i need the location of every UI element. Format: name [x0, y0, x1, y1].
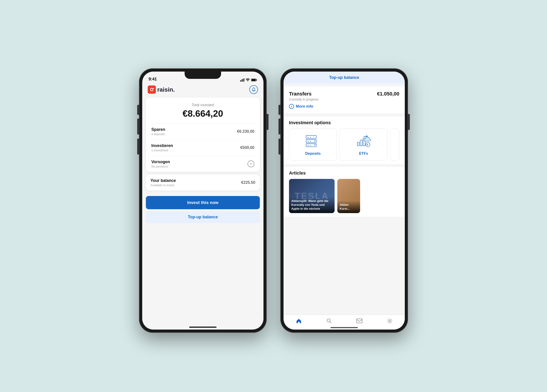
partial-article-title: Aktien Kursr... [340, 203, 358, 211]
svg-point-25 [389, 320, 390, 322]
svg-rect-18 [357, 142, 359, 146]
silent-button [137, 105, 139, 115]
transfers-title: Transfers [289, 91, 319, 97]
svg-rect-6 [256, 80, 257, 81]
deposits-label: Deposits [305, 151, 321, 156]
topup-top-section[interactable]: Top-up balance [284, 72, 405, 84]
vorsogen-row[interactable]: Vorsogen No pensions + [150, 156, 255, 172]
invest-now-button[interactable]: Invest this now [146, 196, 260, 209]
vorsogen-add-icon[interactable]: + [247, 160, 254, 167]
info-circle-icon: i [289, 104, 294, 109]
investment-options-section: Investment options % € > % [284, 117, 405, 164]
nav-messages[interactable] [356, 318, 362, 324]
svg-rect-0 [240, 80, 241, 82]
signal-icon [240, 78, 244, 82]
total-invested-section: Total invested €8.664,20 [150, 103, 255, 124]
investieren-title: Investieren [151, 143, 173, 148]
more-info-row[interactable]: i More info [289, 104, 399, 109]
transfers-info: Transfers Currently in progress [289, 91, 319, 101]
svg-rect-3 [244, 78, 244, 82]
investieren-info: Investieren 1 investment [151, 143, 173, 152]
right-phone-screen: Top-up balance Transfers Currently in pr… [284, 72, 405, 330]
etfs-label: ETFs [359, 151, 368, 156]
topup-top-label: Top-up balance [329, 75, 359, 80]
sparen-amount: €6.230,00 [237, 129, 254, 134]
mail-icon [356, 318, 362, 324]
svg-text:%: % [308, 137, 309, 138]
transfers-subtitle: Currently in progress [289, 97, 319, 101]
vorsogen-title: Vorsogen [151, 159, 170, 164]
bell-icon[interactable] [249, 85, 258, 94]
deposits-option-card[interactable]: % € > % € % € [289, 129, 337, 160]
sparen-row[interactable]: Sparen 4 deposits €6.230,00 [150, 124, 255, 140]
nav-search[interactable] [326, 318, 332, 324]
balance-subtitle: Available to invest [150, 184, 176, 187]
svg-rect-19 [360, 140, 362, 146]
raisin-logo-icon [148, 85, 156, 94]
partial-article-card: Aktien Kursr... [337, 179, 360, 213]
main-investment-card: Total invested €8.664,20 Sparen 4 deposi… [146, 97, 260, 172]
left-phone-screen: 9:41 [142, 72, 263, 330]
sparen-title: Sparen [151, 127, 165, 132]
more-info-text: More info [296, 104, 313, 109]
articles-title: Articles [289, 171, 399, 176]
deposits-icon: % € > % € % € [305, 134, 321, 148]
balance-amount: €225,50 [241, 180, 255, 185]
volume-up-button [137, 118, 139, 134]
third-option-card-partial [390, 129, 399, 160]
right-phone-volume-down-button [279, 138, 280, 155]
status-time: 9:41 [149, 77, 157, 82]
notch [185, 72, 221, 79]
app-header: raisin. [142, 83, 263, 97]
svg-text:€: € [310, 145, 311, 146]
investment-options-title: Investment options [289, 120, 399, 125]
investieren-amount: €500,00 [240, 145, 254, 150]
transfers-section: Transfers Currently in progress €1.050,0… [284, 86, 405, 114]
left-phone: 9:41 [139, 68, 267, 333]
tesla-article-title: Aktiensplit: Wann geht die Kursrally von… [291, 199, 332, 211]
options-row: % € > % € % € [289, 129, 399, 160]
transfers-header: Transfers Currently in progress €1.050,0… [289, 91, 399, 101]
svg-rect-1 [241, 80, 242, 82]
vorsogen-info: Vorsogen No pensions [151, 159, 170, 168]
vorsogen-subtitle: No pensions [151, 165, 170, 168]
tesla-article-overlay: Aktiensplit: Wann geht die Kursrally von… [289, 197, 335, 213]
logo-text: raisin. [157, 86, 175, 93]
svg-rect-5 [252, 79, 256, 81]
svg-text:€: € [310, 137, 311, 138]
investieren-row[interactable]: Investieren 1 investment €500,00 [150, 140, 255, 156]
settings-icon [387, 318, 393, 324]
right-phone-silent-button [279, 105, 280, 115]
tesla-article-card[interactable]: TESLA Aktiensplit: Wann geht die Kursral… [289, 179, 335, 213]
svg-text:%: % [308, 141, 309, 142]
balance-section: Your balance Available to invest €225,50 [146, 175, 260, 191]
deposits-icon-area: % € > % € % € [304, 133, 322, 149]
articles-section: Articles TESLA Aktiensplit: Wann geht di… [284, 167, 405, 217]
nav-home[interactable] [296, 318, 302, 324]
etfs-icon: € [355, 134, 372, 148]
battery-icon [251, 78, 257, 82]
svg-rect-24 [357, 319, 362, 323]
svg-text:€: € [310, 141, 311, 142]
right-phone-volume-up-button [279, 118, 280, 134]
right-phone-power-button [408, 114, 410, 130]
topup-balance-button[interactable]: Top-up balance [146, 211, 260, 223]
total-invested-amount: €8.664,20 [150, 109, 255, 119]
right-scroll-content: Top-up balance Transfers Currently in pr… [284, 72, 405, 330]
status-icons [240, 78, 257, 82]
nav-settings[interactable] [387, 318, 393, 324]
right-home-indicator [330, 327, 358, 328]
volume-down-button [137, 138, 139, 155]
etfs-option-card[interactable]: € ETFs [340, 129, 387, 160]
logo-area: raisin. [148, 85, 175, 94]
svg-point-7 [253, 88, 254, 88]
articles-row: TESLA Aktiensplit: Wann geht die Kursral… [289, 179, 399, 213]
search-icon [326, 318, 332, 324]
wifi-icon [246, 78, 250, 82]
transfers-amount: €1.050,00 [377, 91, 399, 97]
power-button [267, 114, 268, 130]
balance-title: Your balance [150, 178, 176, 183]
sparen-info: Sparen 4 deposits [151, 127, 165, 136]
svg-text:>: > [313, 137, 314, 138]
sparen-subtitle: 4 deposits [151, 132, 165, 136]
